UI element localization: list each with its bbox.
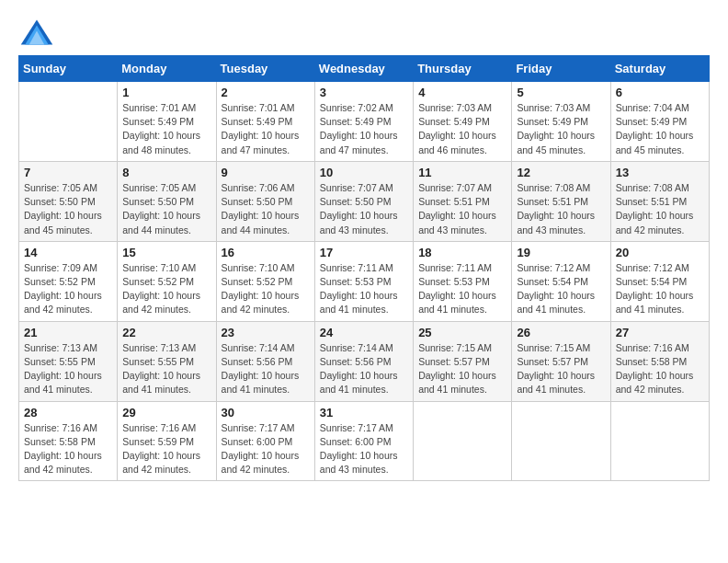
calendar-cell xyxy=(512,401,610,481)
day-info: Sunrise: 7:17 AM Sunset: 6:00 PM Dayligh… xyxy=(222,421,310,477)
calendar-cell: 21Sunrise: 7:13 AM Sunset: 5:55 PM Dayli… xyxy=(19,321,118,401)
day-number: 30 xyxy=(222,406,310,419)
day-number: 1 xyxy=(122,86,210,99)
calendar-cell: 11Sunrise: 7:07 AM Sunset: 5:51 PM Dayli… xyxy=(414,161,512,241)
day-number: 5 xyxy=(517,86,605,99)
day-number: 8 xyxy=(122,166,210,179)
day-number: 3 xyxy=(320,86,408,99)
logo-icon xyxy=(18,18,55,46)
calendar-cell: 15Sunrise: 7:10 AM Sunset: 5:52 PM Dayli… xyxy=(118,241,216,321)
day-info: Sunrise: 7:04 AM Sunset: 5:49 PM Dayligh… xyxy=(616,101,704,157)
day-number: 16 xyxy=(222,246,310,259)
day-number: 31 xyxy=(320,406,408,419)
day-number: 18 xyxy=(418,246,506,259)
day-number: 19 xyxy=(517,246,605,259)
day-info: Sunrise: 7:11 AM Sunset: 5:53 PM Dayligh… xyxy=(320,261,408,317)
day-header-thursday: Thursday xyxy=(414,56,512,82)
day-number: 25 xyxy=(418,326,506,339)
day-number: 15 xyxy=(122,246,210,259)
day-number: 2 xyxy=(222,86,310,99)
calendar-cell: 26Sunrise: 7:15 AM Sunset: 5:57 PM Dayli… xyxy=(512,321,610,401)
day-number: 6 xyxy=(616,86,704,99)
day-info: Sunrise: 7:14 AM Sunset: 5:56 PM Dayligh… xyxy=(320,341,408,397)
day-info: Sunrise: 7:07 AM Sunset: 5:51 PM Dayligh… xyxy=(418,181,506,237)
calendar-cell: 19Sunrise: 7:12 AM Sunset: 5:54 PM Dayli… xyxy=(512,241,610,321)
day-number: 12 xyxy=(517,166,605,179)
day-info: Sunrise: 7:06 AM Sunset: 5:50 PM Dayligh… xyxy=(222,181,310,237)
calendar-cell: 7Sunrise: 7:05 AM Sunset: 5:50 PM Daylig… xyxy=(19,161,118,241)
calendar-cell: 22Sunrise: 7:13 AM Sunset: 5:55 PM Dayli… xyxy=(118,321,216,401)
day-info: Sunrise: 7:01 AM Sunset: 5:49 PM Dayligh… xyxy=(122,101,210,157)
week-row-2: 7Sunrise: 7:05 AM Sunset: 5:50 PM Daylig… xyxy=(19,161,710,241)
day-header-wednesday: Wednesday xyxy=(314,56,413,82)
day-info: Sunrise: 7:07 AM Sunset: 5:50 PM Dayligh… xyxy=(320,181,408,237)
day-header-tuesday: Tuesday xyxy=(216,56,314,82)
day-header-sunday: Sunday xyxy=(19,56,118,82)
day-number: 4 xyxy=(418,86,506,99)
day-number: 13 xyxy=(616,166,704,179)
day-info: Sunrise: 7:12 AM Sunset: 5:54 PM Dayligh… xyxy=(616,261,704,317)
calendar-cell: 17Sunrise: 7:11 AM Sunset: 5:53 PM Dayli… xyxy=(314,241,413,321)
calendar-header: SundayMondayTuesdayWednesdayThursdayFrid… xyxy=(19,56,710,82)
day-number: 20 xyxy=(616,246,704,259)
day-info: Sunrise: 7:11 AM Sunset: 5:53 PM Dayligh… xyxy=(418,261,506,317)
week-row-1: 1Sunrise: 7:01 AM Sunset: 5:49 PM Daylig… xyxy=(19,82,710,162)
calendar-cell xyxy=(610,401,709,481)
week-row-5: 28Sunrise: 7:16 AM Sunset: 5:58 PM Dayli… xyxy=(19,401,710,481)
day-number: 27 xyxy=(616,326,704,339)
calendar-cell: 13Sunrise: 7:08 AM Sunset: 5:51 PM Dayli… xyxy=(610,161,709,241)
calendar-cell: 14Sunrise: 7:09 AM Sunset: 5:52 PM Dayli… xyxy=(19,241,118,321)
day-number: 29 xyxy=(122,406,210,419)
calendar-cell: 27Sunrise: 7:16 AM Sunset: 5:58 PM Dayli… xyxy=(610,321,709,401)
day-info: Sunrise: 7:01 AM Sunset: 5:49 PM Dayligh… xyxy=(222,101,310,157)
day-info: Sunrise: 7:03 AM Sunset: 5:49 PM Dayligh… xyxy=(418,101,506,157)
calendar-cell: 24Sunrise: 7:14 AM Sunset: 5:56 PM Dayli… xyxy=(314,321,413,401)
day-info: Sunrise: 7:17 AM Sunset: 6:00 PM Dayligh… xyxy=(320,421,408,477)
week-row-4: 21Sunrise: 7:13 AM Sunset: 5:55 PM Dayli… xyxy=(19,321,710,401)
day-info: Sunrise: 7:16 AM Sunset: 5:59 PM Dayligh… xyxy=(122,421,210,477)
calendar-body: 1Sunrise: 7:01 AM Sunset: 5:49 PM Daylig… xyxy=(19,82,710,481)
day-number: 9 xyxy=(222,166,310,179)
day-info: Sunrise: 7:09 AM Sunset: 5:52 PM Dayligh… xyxy=(24,261,112,317)
day-number: 17 xyxy=(320,246,408,259)
calendar-cell: 8Sunrise: 7:05 AM Sunset: 5:50 PM Daylig… xyxy=(118,161,216,241)
day-info: Sunrise: 7:13 AM Sunset: 5:55 PM Dayligh… xyxy=(122,341,210,397)
calendar-cell: 18Sunrise: 7:11 AM Sunset: 5:53 PM Dayli… xyxy=(414,241,512,321)
week-row-3: 14Sunrise: 7:09 AM Sunset: 5:52 PM Dayli… xyxy=(19,241,710,321)
calendar-cell: 12Sunrise: 7:08 AM Sunset: 5:51 PM Dayli… xyxy=(512,161,610,241)
calendar-cell: 1Sunrise: 7:01 AM Sunset: 5:49 PM Daylig… xyxy=(118,82,216,162)
day-info: Sunrise: 7:16 AM Sunset: 5:58 PM Dayligh… xyxy=(616,341,704,397)
day-info: Sunrise: 7:08 AM Sunset: 5:51 PM Dayligh… xyxy=(517,181,605,237)
calendar-cell: 6Sunrise: 7:04 AM Sunset: 5:49 PM Daylig… xyxy=(610,82,709,162)
day-info: Sunrise: 7:16 AM Sunset: 5:58 PM Dayligh… xyxy=(24,421,112,477)
day-number: 23 xyxy=(222,326,310,339)
day-info: Sunrise: 7:12 AM Sunset: 5:54 PM Dayligh… xyxy=(517,261,605,317)
day-info: Sunrise: 7:08 AM Sunset: 5:51 PM Dayligh… xyxy=(616,181,704,237)
calendar-cell xyxy=(414,401,512,481)
days-header-row: SundayMondayTuesdayWednesdayThursdayFrid… xyxy=(19,56,710,82)
calendar-cell: 3Sunrise: 7:02 AM Sunset: 5:49 PM Daylig… xyxy=(314,82,413,162)
day-number: 10 xyxy=(320,166,408,179)
calendar-cell: 10Sunrise: 7:07 AM Sunset: 5:50 PM Dayli… xyxy=(314,161,413,241)
day-info: Sunrise: 7:05 AM Sunset: 5:50 PM Dayligh… xyxy=(122,181,210,237)
day-info: Sunrise: 7:13 AM Sunset: 5:55 PM Dayligh… xyxy=(24,341,112,397)
day-info: Sunrise: 7:02 AM Sunset: 5:49 PM Dayligh… xyxy=(320,101,408,157)
page-header xyxy=(18,18,710,46)
day-number: 14 xyxy=(24,246,112,259)
calendar-table: SundayMondayTuesdayWednesdayThursdayFrid… xyxy=(18,55,710,481)
day-info: Sunrise: 7:03 AM Sunset: 5:49 PM Dayligh… xyxy=(517,101,605,157)
day-info: Sunrise: 7:15 AM Sunset: 5:57 PM Dayligh… xyxy=(418,341,506,397)
day-header-friday: Friday xyxy=(512,56,610,82)
day-info: Sunrise: 7:10 AM Sunset: 5:52 PM Dayligh… xyxy=(122,261,210,317)
calendar-cell: 25Sunrise: 7:15 AM Sunset: 5:57 PM Dayli… xyxy=(414,321,512,401)
calendar-cell: 23Sunrise: 7:14 AM Sunset: 5:56 PM Dayli… xyxy=(216,321,314,401)
logo xyxy=(18,18,59,46)
day-info: Sunrise: 7:14 AM Sunset: 5:56 PM Dayligh… xyxy=(222,341,310,397)
calendar-cell: 5Sunrise: 7:03 AM Sunset: 5:49 PM Daylig… xyxy=(512,82,610,162)
calendar-cell: 20Sunrise: 7:12 AM Sunset: 5:54 PM Dayli… xyxy=(610,241,709,321)
day-header-monday: Monday xyxy=(118,56,216,82)
day-number: 28 xyxy=(24,406,112,419)
calendar-cell: 2Sunrise: 7:01 AM Sunset: 5:49 PM Daylig… xyxy=(216,82,314,162)
calendar-cell: 29Sunrise: 7:16 AM Sunset: 5:59 PM Dayli… xyxy=(118,401,216,481)
calendar-cell: 16Sunrise: 7:10 AM Sunset: 5:52 PM Dayli… xyxy=(216,241,314,321)
